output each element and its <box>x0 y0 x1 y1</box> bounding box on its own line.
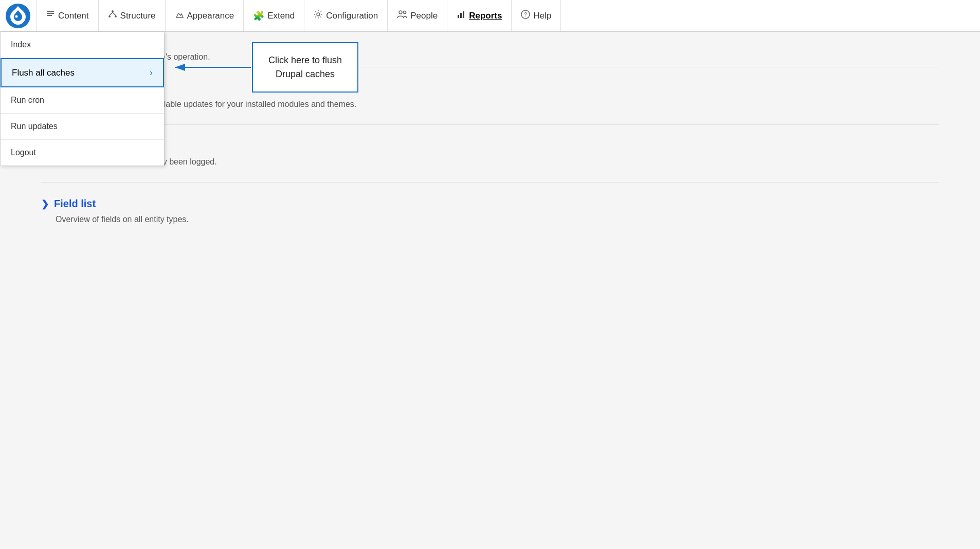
dropdown-logout-label: Logout <box>11 148 36 157</box>
dropdown-item-index[interactable]: Index <box>1 32 164 58</box>
svg-line-9 <box>113 12 116 15</box>
dropdown-item-flush-caches[interactable]: Flush all caches › <box>1 58 164 87</box>
section-field-list: ❯ Field list Overview of fields on all e… <box>41 182 939 240</box>
dropdown-run-updates-label: Run updates <box>11 122 58 131</box>
extend-icon: 🧩 <box>253 10 264 22</box>
svg-rect-3 <box>47 13 54 14</box>
configuration-icon <box>314 10 323 22</box>
chevron-field-list-icon: ❯ <box>41 198 49 210</box>
svg-rect-2 <box>47 11 54 12</box>
dropdown-menu: Index Flush all caches › Run cron Run up… <box>0 32 165 166</box>
nav-reports-label: Reports <box>469 11 502 21</box>
nav-item-people[interactable]: People <box>388 0 447 31</box>
callout-line2: Drupal caches <box>276 69 335 79</box>
svg-point-5 <box>112 10 114 12</box>
nav-content-label: Content <box>58 11 89 21</box>
people-icon <box>397 10 407 22</box>
callout-box: Click here to flush Drupal caches <box>252 42 358 93</box>
dropdown-item-logout[interactable]: Logout <box>1 140 164 166</box>
nav-structure-label: Structure <box>120 11 156 21</box>
field-list-desc: Overview of fields on all entity types. <box>56 215 939 224</box>
field-list-title: Field list <box>54 198 96 210</box>
svg-point-1 <box>15 15 18 17</box>
svg-rect-13 <box>458 15 459 18</box>
nav-configuration-label: Configuration <box>326 11 378 21</box>
section-recent-log-messages: ❯ Recent log messages View events that h… <box>41 125 939 182</box>
nav-help-label: Help <box>533 11 551 21</box>
dropdown-index-label: Index <box>11 40 31 49</box>
svg-rect-4 <box>47 15 52 16</box>
drupal-logo[interactable] <box>5 3 31 29</box>
callout-arrow-svg <box>170 57 252 78</box>
svg-rect-14 <box>460 13 462 18</box>
recent-log-messages-link[interactable]: ❯ Recent log messages <box>41 140 939 152</box>
nav-item-content[interactable]: Content <box>36 0 99 31</box>
svg-point-11 <box>399 11 402 14</box>
structure-icon <box>108 10 117 22</box>
content-icon <box>46 10 55 22</box>
help-icon: ? <box>521 10 530 22</box>
callout-annotation: Click here to flush Drupal caches <box>170 42 358 93</box>
dropdown-flush-label: Flush all caches <box>12 68 75 78</box>
recent-log-messages-desc: View events that have recently been logg… <box>56 157 939 167</box>
nav-extend-label: Extend <box>267 11 295 21</box>
nav-items: Content Structure Appearance 🧩 Extend Co… <box>36 0 975 31</box>
dropdown-item-run-updates[interactable]: Run updates <box>1 114 164 140</box>
nav-item-structure[interactable]: Structure <box>99 0 166 31</box>
nav-item-help[interactable]: ? Help <box>512 0 561 31</box>
svg-point-6 <box>108 15 111 17</box>
svg-rect-15 <box>463 11 464 18</box>
nav-item-configuration[interactable]: Configuration <box>304 0 388 31</box>
field-list-link[interactable]: ❯ Field list <box>41 198 939 210</box>
nav-item-extend[interactable]: 🧩 Extend <box>244 0 304 31</box>
chevron-right-icon: › <box>150 67 153 78</box>
nav-item-reports[interactable]: Reports <box>447 0 512 31</box>
nav-people-label: People <box>410 11 438 21</box>
svg-point-10 <box>317 13 320 16</box>
svg-point-7 <box>115 15 117 17</box>
reports-icon <box>457 10 466 22</box>
nav-appearance-label: Appearance <box>187 11 234 21</box>
nav-item-appearance[interactable]: Appearance <box>166 0 244 31</box>
appearance-icon <box>175 10 184 22</box>
callout-line1: Click here to flush <box>268 55 342 65</box>
svg-point-12 <box>404 11 406 14</box>
available-updates-desc: Get a status report about available upda… <box>56 100 939 109</box>
svg-line-8 <box>110 12 113 15</box>
navbar: Content Structure Appearance 🧩 Extend Co… <box>0 0 980 32</box>
dropdown-run-cron-label: Run cron <box>11 96 44 105</box>
dropdown-item-run-cron[interactable]: Run cron <box>1 87 164 114</box>
svg-text:?: ? <box>524 11 527 17</box>
